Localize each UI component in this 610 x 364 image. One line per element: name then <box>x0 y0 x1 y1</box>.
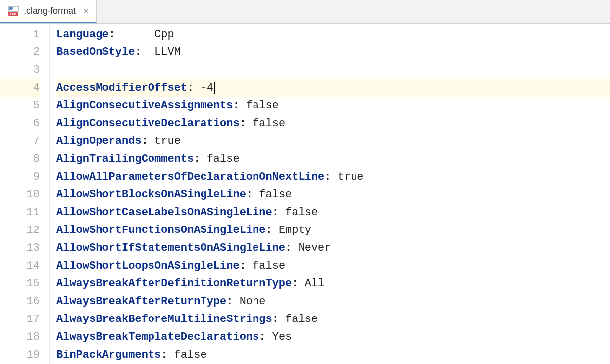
yaml-value: true <box>338 168 364 186</box>
yaml-colon: : <box>324 168 331 186</box>
code-line[interactable]: AlignTrailingComments: false <box>56 150 610 168</box>
line-number: 10 <box>0 186 40 204</box>
line-number: 3 <box>0 61 40 79</box>
yaml-value: false <box>174 346 207 364</box>
code-line[interactable]: AlwaysBreakAfterDefinitionReturnType: Al… <box>56 275 610 293</box>
line-number-gutter: 12345678910111213141516171819 <box>0 24 50 364</box>
code-line[interactable]: AllowAllParametersOfDeclarationOnNextLin… <box>56 168 610 186</box>
code-line[interactable] <box>56 61 610 79</box>
yaml-key: BasedOnStyle <box>56 44 135 61</box>
code-line[interactable]: AllowShortIfStatementsOnASingleLine: Nev… <box>56 239 610 257</box>
yml-icon: YML <box>7 5 20 16</box>
line-number: 9 <box>0 168 40 186</box>
yaml-colon: : <box>292 275 298 293</box>
yaml-colon: : <box>272 311 279 328</box>
yaml-colon: : <box>194 150 200 168</box>
yaml-value: false <box>253 115 285 133</box>
line-number: 14 <box>0 257 40 275</box>
line-number: 18 <box>0 328 40 346</box>
yaml-colon: : <box>240 115 246 133</box>
tab-bar: YML .clang-format ✕ <box>0 0 610 24</box>
tab-clang-format[interactable]: YML .clang-format ✕ <box>0 0 97 23</box>
yaml-key: AlignTrailingComments <box>56 150 194 168</box>
yaml-value: LLVM <box>154 44 181 61</box>
yaml-colon: : <box>240 257 246 275</box>
yaml-colon: : <box>109 26 115 44</box>
yaml-value: false <box>285 204 318 222</box>
line-number: 11 <box>0 204 40 222</box>
code-line[interactable]: AlwaysBreakBeforeMultilineStrings: false <box>56 311 610 328</box>
code-line[interactable]: Language: Cpp <box>56 26 610 44</box>
yaml-colon: : <box>142 133 148 150</box>
yaml-value: false <box>253 257 285 275</box>
yaml-key: AllowShortBlocksOnASingleLine <box>56 186 246 204</box>
yaml-colon: : <box>161 346 167 364</box>
yaml-colon: : <box>285 239 292 257</box>
code-line[interactable]: AlwaysBreakAfterReturnType: None <box>56 293 610 311</box>
line-number: 17 <box>0 311 40 328</box>
code-line[interactable]: AlignConsecutiveDeclarations: false <box>56 115 610 133</box>
yaml-key: AllowShortIfStatementsOnASingleLine <box>56 239 285 257</box>
svg-text:YML: YML <box>10 12 18 16</box>
code-line[interactable]: AlignOperands: true <box>56 133 610 150</box>
svg-rect-2 <box>9 9 12 10</box>
yaml-value: false <box>207 150 240 168</box>
yaml-value: false <box>259 186 292 204</box>
code-area[interactable]: Language: CppBasedOnStyle: LLVM AccessMo… <box>50 24 610 364</box>
code-line[interactable]: BinPackArguments: false <box>56 346 610 364</box>
code-line[interactable]: AllowShortLoopsOnASingleLine: false <box>56 257 610 275</box>
yaml-key: BinPackArguments <box>56 346 161 364</box>
yaml-value: Cpp <box>154 26 174 44</box>
line-number: 6 <box>0 115 40 133</box>
yaml-key: AlwaysBreakAfterReturnType <box>56 293 226 311</box>
yaml-key: Language <box>56 26 109 44</box>
line-number: 2 <box>0 44 40 61</box>
yaml-value: true <box>154 133 181 150</box>
line-number: 12 <box>0 222 40 239</box>
yaml-colon: : <box>187 79 194 97</box>
line-number: 4 <box>0 79 40 97</box>
yaml-colon: : <box>226 293 233 311</box>
code-line[interactable]: AlignConsecutiveAssignments: false <box>56 97 610 115</box>
line-number: 13 <box>0 239 40 257</box>
yaml-value: Yes <box>272 328 292 346</box>
yaml-value: -4 <box>200 79 213 97</box>
yaml-key: AllowAllParametersOfDeclarationOnNextLin… <box>56 168 324 186</box>
code-line[interactable]: AccessModifierOffset: -4 <box>56 79 610 97</box>
yaml-value: false <box>246 97 279 115</box>
yaml-key: AlwaysBreakBeforeMultilineStrings <box>56 311 272 328</box>
yaml-colon: : <box>233 97 239 115</box>
yaml-value: Never <box>298 239 331 257</box>
editor[interactable]: 12345678910111213141516171819 Language: … <box>0 24 610 364</box>
yaml-key: AlignConsecutiveAssignments <box>56 97 233 115</box>
code-line[interactable]: AlwaysBreakTemplateDeclarations: Yes <box>56 328 610 346</box>
yaml-colon: : <box>272 204 279 222</box>
line-number: 19 <box>0 346 40 364</box>
yaml-colon: : <box>246 186 253 204</box>
yaml-key: AllowShortLoopsOnASingleLine <box>56 257 240 275</box>
yaml-colon: : <box>259 328 265 346</box>
close-icon[interactable]: ✕ <box>83 6 89 16</box>
yaml-value: false <box>285 311 318 328</box>
code-line[interactable]: AllowShortFunctionsOnASingleLine: Empty <box>56 222 610 239</box>
yaml-key: AlignOperands <box>56 133 142 150</box>
yaml-colon: : <box>265 222 272 239</box>
line-number: 1 <box>0 26 40 44</box>
svg-rect-1 <box>9 7 13 9</box>
tab-filename: .clang-format <box>24 6 76 16</box>
code-line[interactable]: BasedOnStyle: LLVM <box>56 44 610 61</box>
yaml-key: AlignConsecutiveDeclarations <box>56 115 240 133</box>
line-number: 15 <box>0 275 40 293</box>
yaml-key: AlwaysBreakAfterDefinitionReturnType <box>56 275 292 293</box>
yaml-value: All <box>305 275 325 293</box>
yaml-value: None <box>240 293 266 311</box>
code-line[interactable]: AllowShortCaseLabelsOnASingleLine: false <box>56 204 610 222</box>
code-line[interactable]: AllowShortBlocksOnASingleLine: false <box>56 186 610 204</box>
line-number: 5 <box>0 97 40 115</box>
line-number: 16 <box>0 293 40 311</box>
text-caret <box>214 82 215 94</box>
yaml-key: AllowShortFunctionsOnASingleLine <box>56 222 265 239</box>
yaml-value: Empty <box>279 222 311 239</box>
line-number: 8 <box>0 150 40 168</box>
yaml-key: AccessModifierOffset <box>56 79 187 97</box>
